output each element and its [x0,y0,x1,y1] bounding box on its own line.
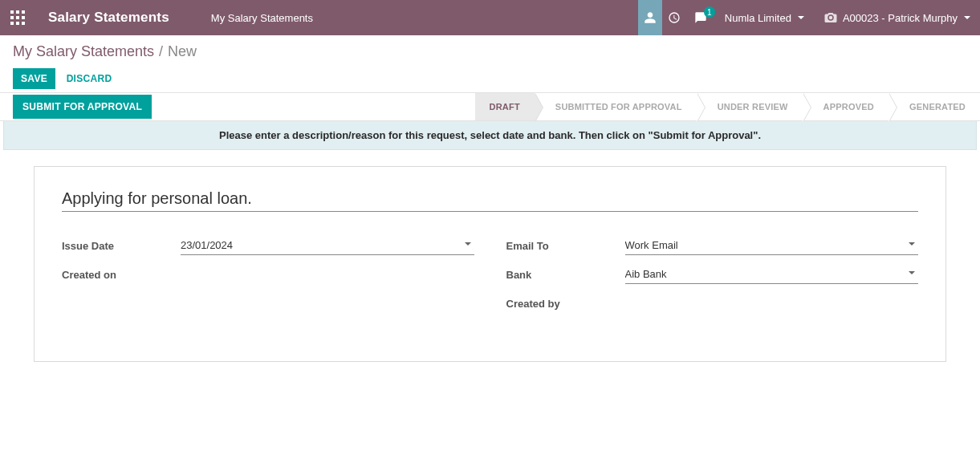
company-dropdown[interactable]: Numla Limited [715,12,814,24]
svg-rect-8 [22,22,25,25]
clock-icon [668,11,681,24]
svg-rect-3 [10,16,14,19]
breadcrumb: My Salary Statements / New [13,43,967,60]
svg-rect-0 [10,10,14,14]
breadcrumb-separator: / [159,43,163,60]
save-button[interactable]: SAVE [13,68,55,89]
chevron-down-icon [964,16,970,19]
apps-grid-icon [10,10,25,25]
user-icon [644,11,657,24]
svg-rect-7 [16,22,19,25]
status-step-draft[interactable]: DRAFT [475,93,535,120]
svg-rect-2 [22,10,25,14]
status-step-generated[interactable]: GENERATED [889,93,980,120]
svg-rect-1 [16,10,19,14]
user-dropdown[interactable]: A00023 - Patrick Murphy [814,10,980,25]
label-created-by: Created by [506,298,625,310]
label-issue-date: Issue Date [62,240,181,252]
systray-user-icon[interactable] [638,0,662,35]
label-bank: Bank [506,269,625,281]
status-step-review[interactable]: UNDER REVIEW [697,93,803,120]
systray-messaging-icon[interactable]: 1 [686,0,715,35]
user-name: A00023 - Patrick Murphy [843,12,958,24]
description-input[interactable] [62,186,918,212]
apps-icon[interactable] [0,0,35,35]
statusbar: SUBMIT FOR APPROVAL DRAFT SUBMITTED FOR … [0,92,980,121]
svg-rect-4 [16,16,19,19]
camera-icon [823,10,838,25]
issue-date-input[interactable] [181,236,474,255]
status-step-submitted[interactable]: SUBMITTED FOR APPROVAL [535,93,697,120]
app-brand[interactable]: Salary Statements [35,10,201,26]
label-created-on: Created on [62,269,181,281]
svg-rect-6 [10,22,14,25]
status-step-approved[interactable]: APPROVED [803,93,889,120]
systray-activity-icon[interactable] [662,0,686,35]
svg-rect-5 [22,16,25,19]
form-column-left: Issue Date Created on [62,234,474,321]
menu-my-salary-statements[interactable]: My Salary Statements [201,12,323,24]
bank-select[interactable] [625,265,919,284]
info-banner: Please enter a description/reason for th… [3,121,977,150]
control-panel: My Salary Statements / New SAVE DISCARD [0,35,980,92]
submit-for-approval-button[interactable]: SUBMIT FOR APPROVAL [13,95,152,119]
chevron-down-icon [798,16,804,19]
sheet-wrap: Issue Date Created on Email To [0,150,980,378]
label-email-to: Email To [506,240,625,252]
form-sheet: Issue Date Created on Email To [34,166,946,362]
form-column-right: Email To Bank Created by [506,234,919,321]
chat-badge: 1 [704,6,715,18]
status-steps: DRAFT SUBMITTED FOR APPROVAL UNDER REVIE… [475,93,980,120]
discard-button[interactable]: DISCARD [59,68,120,89]
company-name: Numla Limited [725,12,791,24]
breadcrumb-root[interactable]: My Salary Statements [13,43,154,60]
breadcrumb-current: New [168,43,197,60]
topbar: Salary Statements My Salary Statements 1… [0,0,980,35]
email-to-select[interactable] [625,236,919,255]
